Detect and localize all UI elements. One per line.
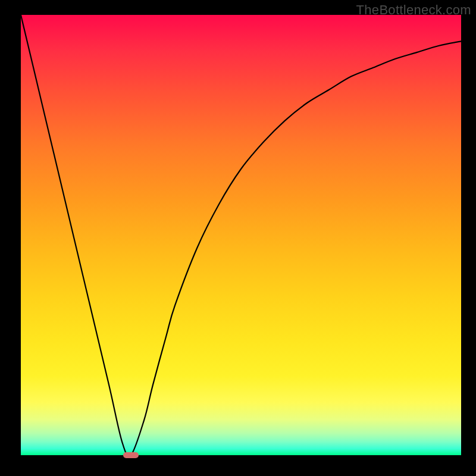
minimum-marker (123, 452, 138, 458)
watermark-text: TheBottleneck.com (356, 2, 471, 18)
chart-frame: TheBottleneck.com (0, 0, 476, 476)
curve-layer (21, 15, 461, 455)
plot-area (21, 15, 461, 455)
bottleneck-curve (21, 15, 461, 456)
